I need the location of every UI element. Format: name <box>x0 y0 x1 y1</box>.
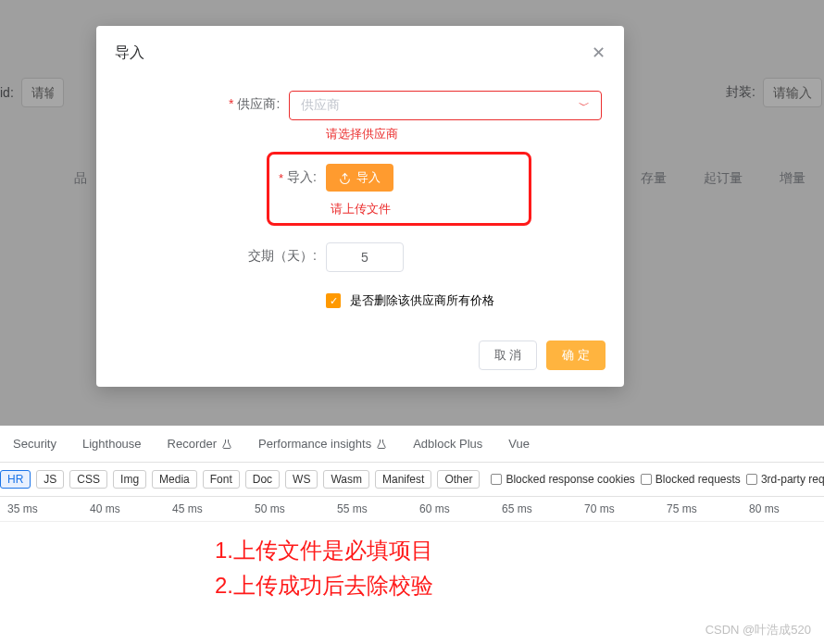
import-label: 导入: <box>287 169 317 186</box>
check-blocked-requests[interactable]: Blocked requests <box>641 473 741 486</box>
checkbox-icon <box>641 474 652 485</box>
supplier-label: 供应商: <box>237 96 280 111</box>
timeline-tick: 65 ms <box>494 502 577 515</box>
tab-vue[interactable]: Vue <box>495 433 543 454</box>
checkbox-icon <box>746 474 757 485</box>
chevron-down-icon: ﹀ <box>579 98 590 114</box>
timeline-tick: 60 ms <box>412 502 494 515</box>
filter-manifest[interactable]: Manifest <box>375 470 431 489</box>
timeline-tick: 40 ms <box>82 502 165 515</box>
checkbox-icon <box>491 474 502 485</box>
required-star: * <box>229 96 233 111</box>
tab-performance-insights[interactable]: Performance insights <box>245 433 400 454</box>
import-dialog: 导入 ✕ *供应商: 供应商 ﹀ 请选择供应商 * 导入: 导入 请上 <box>96 26 624 387</box>
tab-recorder[interactable]: Recorder <box>155 433 245 454</box>
flask-icon <box>376 439 387 450</box>
timeline-tick: 70 ms <box>577 502 659 515</box>
filter-css[interactable]: CSS <box>69 470 107 489</box>
import-highlight-box: * 导入: 导入 请上传文件 <box>267 152 531 226</box>
supplier-select[interactable]: 供应商 ﹀ <box>289 91 602 120</box>
tab-adblock[interactable]: Adblock Plus <box>400 433 495 454</box>
tab-lighthouse[interactable]: Lighthouse <box>69 433 155 454</box>
delete-all-label: 是否删除该供应商所有价格 <box>350 292 494 309</box>
upload-button-label: 导入 <box>356 169 381 186</box>
filter-other[interactable]: Other <box>437 470 480 489</box>
timeline-tick: 55 ms <box>330 502 412 515</box>
timeline-tick: 45 ms <box>165 502 247 515</box>
filter-ws[interactable]: WS <box>285 470 318 489</box>
filter-wasm[interactable]: Wasm <box>323 470 369 489</box>
timeline-tick: 35 ms <box>0 502 82 515</box>
timeline-tick: 75 ms <box>659 502 742 515</box>
annotation-text: 1.上传文件是必填项目 2.上传成功后去除校验 <box>0 522 824 615</box>
filter-media[interactable]: Media <box>152 470 197 489</box>
timeline-tick: 50 ms <box>247 502 330 515</box>
timeline-tick: 80 ms <box>742 502 824 515</box>
flask-icon <box>221 439 232 450</box>
annotation-line-2: 2.上传成功后去除校验 <box>215 568 787 603</box>
filter-doc[interactable]: Doc <box>245 470 280 489</box>
filter-img[interactable]: Img <box>113 470 146 489</box>
supplier-error: 请选择供应商 <box>326 126 602 142</box>
upload-button[interactable]: 导入 <box>326 164 393 192</box>
filter-js[interactable]: JS <box>36 470 64 489</box>
upload-icon <box>339 172 351 184</box>
leadtime-label: 交期（天）: <box>248 248 317 263</box>
cancel-button[interactable]: 取 消 <box>479 341 538 370</box>
dialog-title: 导入 <box>115 43 144 63</box>
confirm-button[interactable]: 确 定 <box>546 341 606 370</box>
close-icon[interactable]: ✕ <box>592 43 606 63</box>
leadtime-input[interactable] <box>326 242 404 272</box>
timeline-ruler: 35 ms 40 ms 45 ms 50 ms 55 ms 60 ms 65 m… <box>0 497 824 522</box>
check-third-party[interactable]: 3rd-party requests <box>746 473 824 486</box>
annotation-line-1: 1.上传文件是必填项目 <box>215 533 787 568</box>
filter-hr[interactable]: HR <box>0 470 31 489</box>
import-error: 请上传文件 <box>331 201 519 217</box>
tab-security[interactable]: Security <box>0 433 69 454</box>
devtools-panel: Security Lighthouse Recorder Performance… <box>0 426 824 644</box>
watermark: CSDN @叶浩成520 <box>705 622 811 638</box>
filter-font[interactable]: Font <box>203 470 240 489</box>
check-blocked-cookies[interactable]: Blocked response cookies <box>491 473 634 486</box>
delete-all-checkbox[interactable]: ✓ <box>326 293 341 308</box>
required-star: * <box>279 171 283 185</box>
supplier-placeholder: 供应商 <box>301 97 340 114</box>
